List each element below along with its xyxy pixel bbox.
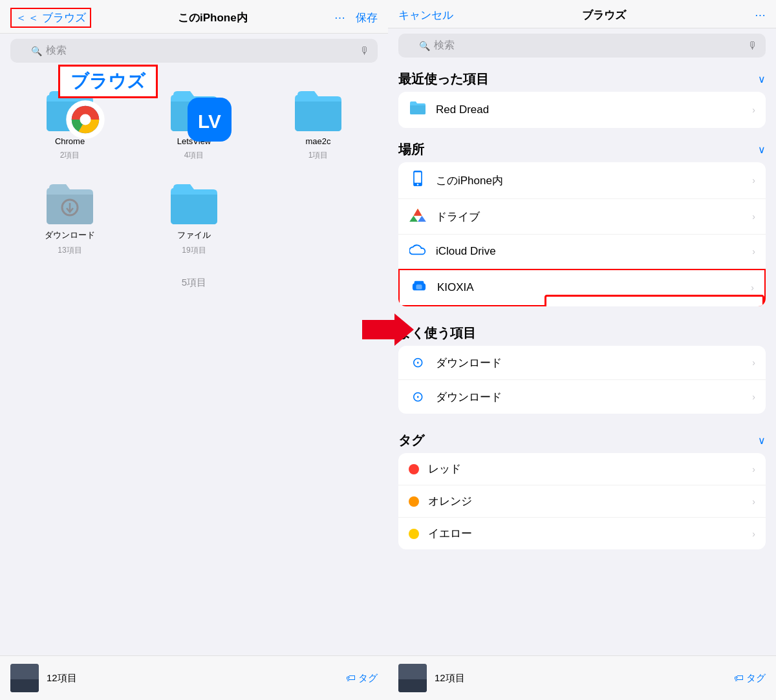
folder-download[interactable]: ダウンロード 13項目 — [16, 182, 124, 256]
download1-chevron-icon: › — [752, 357, 755, 368]
list-item-red-tag[interactable]: レッド › — [398, 453, 766, 485]
save-button[interactable]: 保存 — [356, 10, 378, 25]
left-nav-bar: ＜ ＜ ブラウズ このiPhone内 ⋯ 保存 — [0, 0, 388, 34]
recent-chevron-icon[interactable]: ∨ — [758, 73, 766, 85]
right-search-icon: 🔍 — [419, 41, 430, 51]
svg-marker-16 — [418, 216, 426, 222]
svg-marker-17 — [414, 209, 422, 216]
yellow-tag-label: イエロー — [428, 526, 743, 541]
download-folder-name: ダウンロード — [45, 229, 95, 241]
right-search-container: 🔍 検索 🎙 — [388, 28, 776, 63]
places-title: 場所 — [398, 141, 424, 158]
right-bottom-count: 12項目 — [435, 672, 465, 684]
download2-label: ダウンロード — [436, 390, 743, 405]
right-bottom-tag[interactable]: 🏷 タグ — [734, 672, 766, 684]
red-dread-label: Red Dread — [436, 103, 743, 116]
places-list: このiPhone内 › ドライブ › — [398, 162, 766, 306]
iphone-chevron-icon: › — [752, 175, 755, 186]
folder-files[interactable]: ファイル 19項目 — [140, 182, 248, 256]
arrow-container — [362, 310, 414, 349]
iphone-icon — [409, 171, 427, 190]
right-arrow-icon — [362, 310, 414, 349]
right-search-placeholder: 検索 — [434, 39, 748, 52]
browse-highlight-label: ブラウズ — [58, 65, 158, 98]
download1-label: ダウンロード — [436, 355, 743, 370]
list-item-download2[interactable]: ⊙ ダウンロード › — [398, 380, 766, 414]
drive-label: ドライブ — [436, 209, 743, 224]
kioxia-chevron-icon: › — [751, 282, 754, 293]
list-item-kioxia[interactable]: KIOXIA › KIOXIA 名称が異なる場合も！ — [398, 269, 766, 306]
svg-rect-19 — [415, 281, 424, 285]
red-tag-chevron-icon: › — [752, 464, 755, 474]
back-label: ＜ ブラウズ — [28, 10, 86, 25]
right-nav-bar: キャンセル ブラウズ ⋯ — [388, 0, 776, 28]
right-search-bar[interactable]: 🔍 検索 🎙 — [398, 34, 766, 58]
back-button[interactable]: ＜ ＜ ブラウズ — [10, 8, 91, 28]
right-bottom-bar: 12項目 🏷 タグ — [388, 655, 776, 700]
kioxia-label: KIOXIA — [437, 281, 742, 294]
left-nav-title: このiPhone内 — [178, 10, 248, 25]
drive-icon — [409, 207, 427, 226]
right-nav-title: ブラウズ — [582, 8, 626, 23]
list-item-orange-tag[interactable]: オレンジ › — [398, 485, 766, 518]
right-mic-icon: 🎙 — [748, 40, 758, 52]
mic-icon: 🎙 — [360, 45, 370, 57]
list-item-iphone[interactable]: このiPhone内 › — [398, 162, 766, 199]
download2-chevron-icon: › — [752, 392, 755, 402]
download-circle-icon-1: ⊙ — [409, 354, 427, 371]
favorites-list: ⊙ ダウンロード › ⊙ ダウンロード › — [398, 346, 766, 414]
folder-mae2c[interactable]: mae2c 1項目 — [264, 89, 372, 161]
yellow-tag-chevron-icon: › — [752, 529, 755, 539]
right-thumbnail — [398, 664, 427, 692]
download-circle-icon-2: ⊙ — [409, 388, 427, 405]
icloud-icon — [409, 243, 427, 260]
more-button[interactable]: ⋯ — [334, 11, 345, 25]
left-search-container: 🔍 検索 🎙 ブラウズ — [0, 34, 388, 68]
list-item-download1[interactable]: ⊙ ダウンロード › — [398, 346, 766, 380]
recent-title: 最近使った項目 — [398, 70, 489, 88]
svg-rect-8 — [10, 679, 39, 692]
icloud-chevron-icon: › — [752, 246, 755, 257]
right-panel: キャンセル ブラウズ ⋯ 🔍 検索 🎙 最近使った項目 ∨ Red Dread … — [388, 0, 776, 700]
orange-tag-chevron-icon: › — [752, 496, 755, 507]
list-item-red-dread[interactable]: Red Dread › — [398, 92, 766, 128]
list-item-yellow-tag[interactable]: イエロー › — [398, 518, 766, 549]
letsview-folder-count: 4項目 — [184, 150, 204, 161]
list-item-icloud[interactable]: iCloud Drive › — [398, 235, 766, 269]
svg-marker-15 — [409, 216, 418, 222]
left-bottom-bar: 12項目 🏷 タグ — [0, 655, 388, 700]
left-search-bar[interactable]: 🔍 検索 🎙 — [10, 39, 378, 63]
right-more-button[interactable]: ⋯ — [755, 8, 766, 22]
recent-list: Red Dread › — [398, 92, 766, 128]
folder-icon — [409, 100, 427, 120]
kioxia-popup: KIOXIA 名称が異なる場合も！ — [544, 295, 764, 306]
left-bottom-count: 12項目 — [47, 672, 77, 684]
folder-chrome[interactable]: Chrome 2項目 — [16, 89, 124, 161]
mae2c-folder-name: mae2c — [305, 136, 330, 146]
yellow-tag-dot — [409, 529, 419, 539]
places-chevron-icon[interactable]: ∨ — [758, 143, 766, 156]
svg-rect-25 — [398, 679, 427, 692]
list-item-drive[interactable]: ドライブ › — [398, 199, 766, 235]
files-folder-count: 19項目 — [182, 245, 206, 256]
left-bottom-tag[interactable]: 🏷 タグ — [346, 672, 378, 684]
left-panel: ＜ ＜ ブラウズ このiPhone内 ⋯ 保存 🔍 検索 🎙 ブラウズ — [0, 0, 388, 700]
recent-section-header: 最近使った項目 ∨ — [388, 63, 776, 92]
tags-chevron-icon[interactable]: ∨ — [758, 434, 766, 447]
files-folder-name: ファイル — [177, 229, 211, 241]
left-nav-actions: ⋯ 保存 — [334, 10, 378, 25]
places-section-header: 場所 ∨ — [388, 133, 776, 162]
tags-list: レッド › オレンジ › イエロー › — [398, 453, 766, 549]
left-search-placeholder: 検索 — [46, 44, 360, 58]
favorites-section-header: よく使う項目 — [388, 317, 776, 346]
letsview-badge: LV — [184, 98, 204, 118]
orange-tag-label: オレンジ — [428, 494, 743, 509]
svg-text:LV: LV — [198, 111, 221, 132]
tags-section-header: タグ ∨ — [388, 424, 776, 453]
folder-letsview[interactable]: LV LetsView 4項目 — [140, 89, 248, 161]
iphone-label: このiPhone内 — [436, 173, 743, 188]
chrome-badge — [59, 98, 80, 118]
svg-point-2 — [80, 114, 91, 125]
cancel-button[interactable]: キャンセル — [398, 8, 453, 23]
download-folder-icon — [44, 182, 96, 226]
